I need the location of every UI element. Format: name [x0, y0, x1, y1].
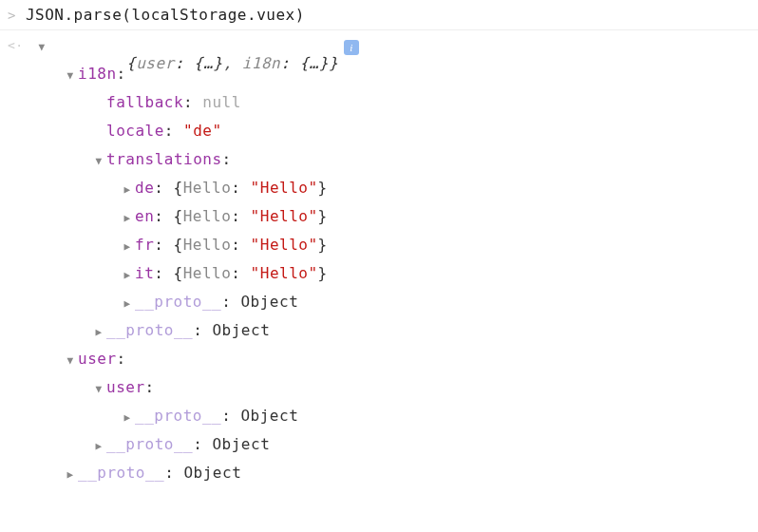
tree-row-proto[interactable]: __proto__: Object [34, 293, 750, 321]
info-icon[interactable]: i [344, 40, 359, 55]
expand-icon[interactable] [120, 183, 135, 196]
object-key: fallback [106, 93, 183, 111]
tree-row-en[interactable]: en: {Hello: "Hello"} [34, 207, 750, 236]
object-key: __proto__ [78, 464, 164, 482]
object-value: "de" [183, 122, 222, 140]
input-prompt-icon: > [8, 8, 16, 23]
object-value: Object [240, 407, 298, 425]
expand-icon[interactable] [63, 69, 78, 82]
expand-icon[interactable] [91, 383, 106, 395]
object-key: __proto__ [106, 435, 193, 453]
object-key: __proto__ [106, 321, 193, 339]
object-key: i18n [78, 65, 117, 83]
console-input-code[interactable]: JSON.parse(localStorage.vuex) [26, 6, 305, 24]
tree-row-de[interactable]: de: {Hello: "Hello"} [34, 179, 750, 207]
object-value: Object [240, 293, 298, 311]
object-key: user [78, 350, 117, 368]
object-key: locale [106, 122, 164, 140]
expand-icon[interactable] [120, 269, 135, 281]
expand-icon[interactable] [34, 41, 49, 53]
expand-icon[interactable] [91, 155, 106, 167]
tree-row-user[interactable]: user: [34, 350, 750, 378]
expand-icon[interactable] [63, 468, 78, 481]
tree-row-user-inner[interactable]: user: [34, 378, 750, 407]
console-output: <· {user: {…}, i18n: {…}} i i18n: fallba… [0, 30, 758, 498]
expand-icon[interactable] [120, 240, 135, 253]
object-value: Object [212, 321, 270, 339]
expand-icon[interactable] [120, 297, 135, 310]
tree-row-proto[interactable]: __proto__: Object [34, 321, 750, 350]
tree-root-summary[interactable]: {user: {…}, i18n: {…}} i [34, 36, 750, 65]
tree-row-proto[interactable]: __proto__: Object [34, 407, 750, 435]
tree-row-it[interactable]: it: {Hello: "Hello"} [34, 264, 750, 293]
object-key: en [135, 207, 154, 225]
object-key: __proto__ [135, 407, 221, 425]
object-value: Object [183, 464, 241, 482]
object-key: __proto__ [135, 293, 221, 311]
tree-row-fallback[interactable]: fallback: null [34, 93, 750, 122]
tree-row-translations[interactable]: translations: [34, 150, 750, 179]
object-tree: {user: {…}, i18n: {…}} i i18n: fallback:… [34, 36, 750, 492]
object-key: user [106, 378, 145, 396]
console-input-row: > JSON.parse(localStorage.vuex) [0, 0, 758, 30]
object-key: translations [106, 150, 222, 168]
expand-icon[interactable] [91, 440, 106, 452]
tree-row-locale[interactable]: locale: "de" [34, 122, 750, 150]
output-prompt-icon: <· [8, 38, 24, 52]
tree-row-proto[interactable]: __proto__: Object [34, 464, 750, 492]
expand-icon[interactable] [91, 326, 106, 338]
object-key: de [135, 179, 154, 197]
object-value: Object [212, 435, 270, 453]
object-value: null [202, 93, 241, 111]
expand-icon[interactable] [63, 354, 78, 367]
object-key: fr [135, 236, 154, 254]
expand-icon[interactable] [120, 411, 135, 424]
expand-icon[interactable] [120, 212, 135, 224]
object-key: it [135, 264, 154, 282]
tree-row-fr[interactable]: fr: {Hello: "Hello"} [34, 236, 750, 264]
tree-row-proto[interactable]: __proto__: Object [34, 435, 750, 464]
